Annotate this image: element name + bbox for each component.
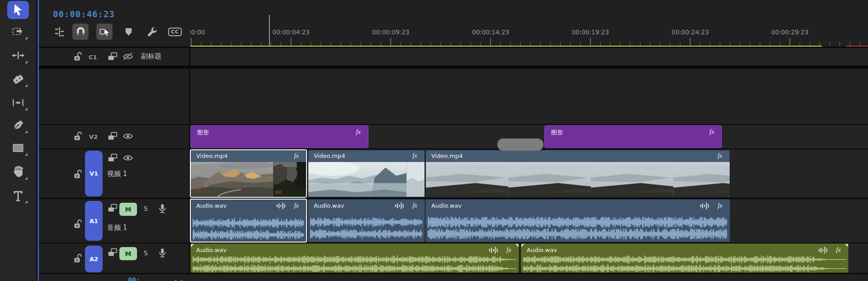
clip-thumbnail-filmstrip	[426, 162, 730, 197]
snap-toggle-button[interactable]	[72, 24, 89, 40]
clip-label: 图形	[551, 129, 563, 137]
audio-clip-a1-1[interactable]: Audio.wav fx	[190, 199, 307, 243]
clip-header: Video.mp4 fx	[191, 150, 306, 162]
fx-badge[interactable]: fx	[356, 128, 361, 136]
selection-tool[interactable]	[7, 1, 29, 19]
clip-header: Video.mp4 fx	[426, 150, 730, 162]
add-marker-button[interactable]	[120, 24, 137, 40]
clip-label: Audio.wav	[527, 247, 557, 253]
ruler-label: 00:00:29:23	[771, 29, 808, 36]
a1-voiceover-mic-icon[interactable]	[156, 203, 168, 214]
video-clip-1[interactable]: Video.mp4 fx	[190, 149, 307, 198]
fx-badge[interactable]: fx	[412, 202, 417, 210]
a1-target-badge[interactable]: A1	[85, 201, 103, 241]
pen-tool[interactable]	[7, 116, 29, 134]
razor-tool[interactable]	[7, 70, 29, 88]
waveform	[428, 217, 728, 228]
ruler-label: 00:00:19:23	[572, 29, 609, 36]
c1-lock-icon[interactable]	[71, 51, 83, 62]
v2-track-output-icon[interactable]	[122, 130, 134, 142]
v1-target-badge[interactable]: V1	[85, 151, 103, 196]
rectangle-tool[interactable]	[7, 139, 29, 157]
fx-badge[interactable]: fx	[294, 202, 299, 210]
fx-badge[interactable]: fx	[412, 152, 417, 160]
c1-track-name: 副标题	[141, 52, 161, 61]
ruler-label: 00:00:14:23	[472, 29, 509, 36]
fx-badge[interactable]: fx	[506, 246, 511, 254]
v1-track-output-icon[interactable]	[122, 152, 134, 164]
video-clip-2[interactable]: Video.mp4 fx	[308, 150, 425, 197]
video-clip-3[interactable]: Video.mp4 fx	[425, 150, 730, 197]
waveform	[310, 229, 423, 239]
slip-tool[interactable]	[7, 94, 29, 112]
nest-toggle-button[interactable]	[51, 24, 67, 40]
timeline-settings-button[interactable]	[144, 24, 160, 40]
waveform	[523, 255, 846, 264]
a2-mute-button[interactable]: M	[119, 247, 137, 260]
edit-guide-line[interactable]	[269, 15, 270, 46]
ruler-label: 00:00:00	[190, 29, 205, 36]
timeline-panel: 00:00:46:23 CC 00:00:0000:00:04:2300:00:…	[0, 0, 868, 281]
v2-track-id[interactable]: V2	[89, 133, 98, 140]
time-ruler[interactable]: 00:00:0000:00:04:2300:00:09:2300:00:14:2…	[190, 0, 868, 48]
v1-sync-lock-icon[interactable]	[107, 152, 118, 164]
type-tool[interactable]	[7, 186, 29, 205]
graphics-clip-2[interactable]: 图形 fx	[544, 125, 722, 148]
ripple-edit-tool[interactable]	[7, 47, 29, 65]
tool-rail	[0, 0, 36, 281]
a2-target-badge[interactable]: A2	[85, 246, 103, 272]
clip-label: 图形	[197, 129, 209, 137]
v2-sync-lock-icon[interactable]	[107, 130, 118, 142]
ruler-label: 00:00:04:23	[273, 29, 310, 36]
graphics-clip-1[interactable]: 图形 fx	[190, 125, 368, 148]
a2-solo-button[interactable]: S	[144, 249, 148, 257]
audio-levels-icon	[818, 247, 828, 254]
track-select-forward-tool[interactable]	[7, 23, 29, 41]
clip-label: Video.mp4	[431, 152, 463, 159]
waveform	[193, 229, 304, 240]
captions-button[interactable]: CC	[167, 24, 183, 40]
audio-clip-a1-2[interactable]: Audio.wav fx	[308, 199, 425, 242]
fx-badge[interactable]: fx	[717, 202, 722, 210]
v2-lock-icon[interactable]	[71, 130, 83, 142]
a1-solo-button[interactable]: S	[144, 205, 148, 212]
audio-levels-icon	[395, 202, 405, 210]
a2-sync-lock-icon[interactable]	[107, 247, 118, 258]
v1-lock-icon[interactable]	[71, 168, 83, 180]
separator	[39, 124, 868, 125]
a1-mute-button[interactable]: M	[119, 203, 137, 216]
fx-badge[interactable]: fx	[836, 246, 841, 254]
empty-lane	[190, 69, 868, 124]
c1-track-output-hidden-icon[interactable]	[122, 51, 134, 62]
c1-track-id[interactable]: C1	[89, 54, 97, 61]
linked-selection-button[interactable]	[96, 24, 113, 40]
fx-badge[interactable]: fx	[294, 152, 299, 160]
waveform	[428, 229, 728, 239]
audio-clip-a1-3[interactable]: Audio.wav fx	[425, 199, 730, 242]
audio-clip-a2-2[interactable]: Audio.wav fx	[521, 243, 849, 273]
c1-sync-lock-icon[interactable]	[107, 51, 118, 62]
a1-sync-lock-icon[interactable]	[107, 202, 118, 214]
hand-tool[interactable]	[7, 163, 29, 181]
chevron-down-icon[interactable]	[173, 276, 184, 281]
playhead-timecode[interactable]: 00:00:46:23	[53, 9, 115, 19]
a2-voiceover-mic-icon[interactable]	[156, 247, 168, 259]
clip-label: Video.mp4	[196, 152, 228, 159]
cc-icon: CC	[168, 28, 182, 36]
a2-lock-icon[interactable]	[71, 252, 83, 264]
waveform	[193, 264, 517, 273]
fx-badge[interactable]: fx	[717, 152, 722, 160]
ruler-label: 00:00:24:23	[671, 29, 708, 36]
clip-corner-handle	[845, 244, 848, 247]
clip-label: Audio.wav	[196, 247, 226, 253]
fx-badge[interactable]: fx	[709, 128, 714, 136]
clip-label: Audio.wav	[314, 202, 344, 209]
ruler-labels: 00:00:0000:00:04:2300:00:09:2300:00:14:2…	[190, 29, 868, 38]
v1-track-name: 视频 1	[107, 170, 127, 178]
clip-label: Audio.wav	[431, 202, 462, 209]
separator	[39, 148, 868, 149]
waveform	[310, 217, 423, 228]
clip-corner-handle	[191, 244, 194, 247]
a1-lock-icon[interactable]	[71, 218, 83, 230]
audio-clip-a2-1[interactable]: Audio.wav fx	[190, 243, 519, 273]
